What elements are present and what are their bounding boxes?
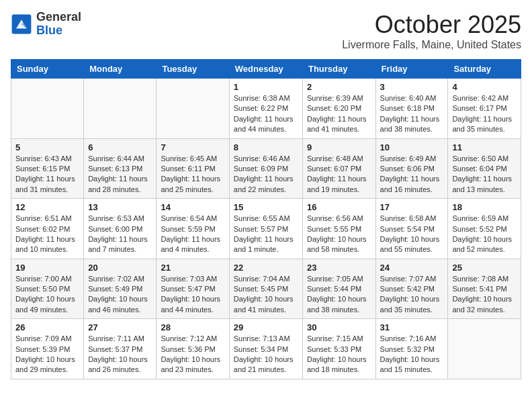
cell-line: Sunset: 6:20 PM bbox=[307, 104, 361, 112]
cell-line: Sunrise: 7:03 AM bbox=[161, 275, 217, 283]
calendar-cell: 1Sunrise: 6:38 AMSunset: 6:22 PMDaylight… bbox=[229, 79, 302, 139]
calendar-cell bbox=[11, 79, 84, 139]
calendar-week-row: 26Sunrise: 7:09 AMSunset: 5:39 PMDayligh… bbox=[11, 319, 521, 379]
cell-line: Daylight: 10 hours bbox=[234, 295, 294, 303]
cell-line: Sunset: 6:17 PM bbox=[452, 104, 506, 112]
calendar-cell: 19Sunrise: 7:00 AMSunset: 5:50 PMDayligh… bbox=[11, 259, 84, 319]
cell-line: and 28 minutes. bbox=[88, 185, 140, 193]
cell-line: Daylight: 10 hours bbox=[380, 355, 440, 363]
calendar-week-row: 5Sunrise: 6:43 AMSunset: 6:15 PMDaylight… bbox=[11, 138, 521, 199]
calendar-cell: 22Sunrise: 7:04 AMSunset: 5:45 PMDayligh… bbox=[229, 259, 302, 319]
cell-line: and 25 minutes. bbox=[161, 185, 213, 193]
cell-line: and 35 minutes. bbox=[452, 125, 504, 133]
cell-line: and 38 minutes. bbox=[307, 306, 359, 314]
day-number: 15 bbox=[234, 202, 298, 212]
cell-line: Sunset: 5:34 PM bbox=[234, 345, 288, 353]
cell-line: and 46 minutes. bbox=[88, 306, 140, 314]
calendar-cell: 4Sunrise: 6:42 AMSunset: 6:17 PMDaylight… bbox=[448, 79, 521, 139]
weekday-header-friday: Friday bbox=[375, 60, 448, 79]
day-number: 2 bbox=[307, 82, 371, 92]
cell-content: Sunrise: 6:59 AMSunset: 5:52 PMDaylight:… bbox=[452, 214, 517, 255]
cell-line: Daylight: 11 hours bbox=[234, 235, 294, 243]
cell-line: Daylight: 10 hours bbox=[380, 235, 440, 243]
cell-line: Sunrise: 6:56 AM bbox=[307, 214, 363, 222]
cell-line: and 41 minutes. bbox=[307, 125, 359, 133]
calendar-cell: 5Sunrise: 6:43 AMSunset: 6:15 PMDaylight… bbox=[11, 138, 84, 199]
day-number: 5 bbox=[15, 142, 79, 152]
cell-line: and 55 minutes. bbox=[380, 245, 433, 253]
cell-content: Sunrise: 7:09 AMSunset: 5:39 PMDaylight:… bbox=[15, 334, 79, 375]
cell-line: Sunset: 6:02 PM bbox=[15, 225, 70, 233]
day-number: 14 bbox=[161, 202, 224, 212]
day-number: 8 bbox=[234, 142, 298, 152]
day-number: 30 bbox=[307, 322, 371, 332]
cell-content: Sunrise: 6:46 AMSunset: 6:09 PMDaylight:… bbox=[234, 154, 298, 195]
cell-line: and 26 minutes. bbox=[88, 365, 140, 373]
cell-line: and 18 minutes. bbox=[307, 365, 359, 373]
cell-line: and 38 minutes. bbox=[380, 125, 433, 133]
cell-line: Sunset: 6:00 PM bbox=[88, 225, 142, 233]
day-number: 9 bbox=[307, 142, 371, 152]
cell-line: Daylight: 10 hours bbox=[161, 355, 220, 363]
cell-line: Sunset: 5:57 PM bbox=[234, 225, 288, 233]
calendar-week-row: 19Sunrise: 7:00 AMSunset: 5:50 PMDayligh… bbox=[11, 259, 521, 319]
logo: General Blue bbox=[11, 11, 81, 38]
cell-line: Daylight: 10 hours bbox=[15, 355, 75, 363]
day-number: 17 bbox=[380, 202, 444, 212]
cell-line: Sunrise: 6:59 AM bbox=[452, 214, 508, 222]
weekday-header-saturday: Saturday bbox=[448, 60, 521, 79]
cell-content: Sunrise: 6:40 AMSunset: 6:18 PMDaylight:… bbox=[380, 93, 444, 135]
cell-content: Sunrise: 6:45 AMSunset: 6:11 PMDaylight:… bbox=[161, 154, 224, 195]
cell-line: Sunset: 6:11 PM bbox=[161, 165, 215, 173]
cell-content: Sunrise: 7:04 AMSunset: 5:45 PMDaylight:… bbox=[234, 274, 298, 316]
cell-line: and 10 minutes. bbox=[15, 245, 68, 253]
cell-line: Daylight: 11 hours bbox=[380, 115, 440, 123]
day-number: 18 bbox=[452, 202, 517, 212]
cell-line: Sunset: 5:37 PM bbox=[88, 345, 142, 353]
cell-content: Sunrise: 6:43 AMSunset: 6:15 PMDaylight:… bbox=[15, 154, 79, 195]
location: Livermore Falls, Maine, United States bbox=[342, 39, 521, 51]
calendar-cell: 21Sunrise: 7:03 AMSunset: 5:47 PMDayligh… bbox=[157, 259, 229, 319]
cell-line: Daylight: 11 hours bbox=[452, 175, 512, 183]
day-number: 3 bbox=[380, 82, 444, 92]
calendar-cell: 6Sunrise: 6:44 AMSunset: 6:13 PMDaylight… bbox=[84, 138, 157, 199]
calendar-cell: 2Sunrise: 6:39 AMSunset: 6:20 PMDaylight… bbox=[302, 79, 375, 139]
cell-line: Sunset: 5:50 PM bbox=[15, 285, 70, 293]
cell-line: Sunset: 6:15 PM bbox=[15, 165, 70, 173]
cell-line: Sunset: 6:22 PM bbox=[234, 104, 288, 112]
day-number: 12 bbox=[15, 202, 79, 212]
cell-content: Sunrise: 7:11 AMSunset: 5:37 PMDaylight:… bbox=[88, 334, 152, 375]
cell-content: Sunrise: 7:03 AMSunset: 5:47 PMDaylight:… bbox=[161, 274, 224, 316]
cell-line: Daylight: 11 hours bbox=[380, 175, 440, 183]
cell-content: Sunrise: 6:48 AMSunset: 6:07 PMDaylight:… bbox=[307, 154, 371, 195]
day-number: 21 bbox=[161, 263, 224, 273]
cell-content: Sunrise: 6:39 AMSunset: 6:20 PMDaylight:… bbox=[307, 93, 371, 135]
cell-line: Sunrise: 7:12 AM bbox=[161, 334, 217, 342]
cell-content: Sunrise: 6:54 AMSunset: 5:59 PMDaylight:… bbox=[161, 214, 224, 255]
cell-line: Daylight: 11 hours bbox=[307, 115, 367, 123]
cell-line: and 29 minutes. bbox=[15, 365, 68, 373]
calendar-cell: 14Sunrise: 6:54 AMSunset: 5:59 PMDayligh… bbox=[157, 199, 229, 259]
day-number: 20 bbox=[88, 263, 152, 273]
cell-content: Sunrise: 7:05 AMSunset: 5:44 PMDaylight:… bbox=[307, 274, 371, 316]
cell-line: and 44 minutes. bbox=[234, 125, 286, 133]
cell-line: Sunset: 6:04 PM bbox=[452, 165, 506, 173]
cell-line: Daylight: 11 hours bbox=[307, 175, 367, 183]
calendar-header-row: SundayMondayTuesdayWednesdayThursdayFrid… bbox=[11, 60, 521, 79]
logo-text: General Blue bbox=[36, 11, 81, 38]
cell-line: Daylight: 11 hours bbox=[452, 115, 512, 123]
cell-line: Sunset: 5:49 PM bbox=[88, 285, 142, 293]
cell-content: Sunrise: 7:00 AMSunset: 5:50 PMDaylight:… bbox=[15, 274, 79, 316]
cell-line: Sunrise: 6:45 AM bbox=[161, 154, 217, 163]
cell-content: Sunrise: 6:38 AMSunset: 6:22 PMDaylight:… bbox=[234, 93, 298, 135]
cell-line: and 4 minutes. bbox=[161, 245, 209, 253]
cell-line: Daylight: 10 hours bbox=[307, 295, 367, 303]
cell-line: Daylight: 10 hours bbox=[161, 295, 220, 303]
cell-content: Sunrise: 6:44 AMSunset: 6:13 PMDaylight:… bbox=[88, 154, 152, 195]
cell-line: and 13 minutes. bbox=[452, 185, 504, 193]
calendar-cell: 23Sunrise: 7:05 AMSunset: 5:44 PMDayligh… bbox=[302, 259, 375, 319]
cell-line: Daylight: 11 hours bbox=[161, 235, 220, 243]
cell-line: Sunrise: 7:00 AM bbox=[15, 275, 72, 283]
cell-line: Daylight: 10 hours bbox=[452, 295, 512, 303]
cell-line: Daylight: 10 hours bbox=[88, 355, 148, 363]
